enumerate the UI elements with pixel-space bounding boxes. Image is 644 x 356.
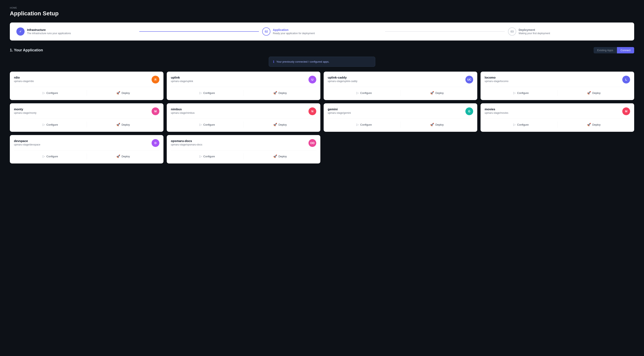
deploy-icon: 🚀 [430, 123, 434, 126]
stepper-card: ✓ Infrastructure The infrastructure runs… [10, 22, 634, 40]
deploy-button[interactable]: 🚀 Deploy [401, 122, 473, 128]
app-card-actions: ▷ Configure 🚀 Deploy [171, 87, 316, 96]
app-card-header: rdio upmaru-stage/rdio R [14, 76, 159, 83]
app-name: rdio [14, 76, 34, 79]
tab-existing-apps[interactable]: Existing Apps [594, 47, 617, 53]
app-repo: upmaru-stage/locomo [485, 80, 508, 83]
step-deployment: 03 Deployment Making your first deployme… [508, 27, 628, 36]
page-title: Application Setup [10, 10, 634, 17]
app-card: uplink-caddy upmaru-stage/uplink-caddy U… [324, 72, 477, 100]
app-card-actions: ▷ Configure 🚀 Deploy [485, 87, 630, 96]
configure-icon: ▷ [200, 155, 202, 158]
section-title: 1. Your Application [10, 48, 43, 52]
app-avatar: L [622, 76, 630, 83]
deploy-icon: 🚀 [116, 123, 120, 126]
configure-button[interactable]: ▷ Configure [171, 90, 244, 96]
app-card-header: uplink upmaru-stage/uplink U [171, 76, 316, 83]
step-icon-infrastructure: ✓ [16, 27, 24, 36]
deploy-icon: 🚀 [587, 123, 591, 126]
app-avatar: R [152, 76, 159, 83]
deploy-button[interactable]: 🚀 Deploy [87, 122, 160, 128]
step-title-application: Application [273, 28, 315, 31]
configure-button[interactable]: ▷ Configure [171, 153, 244, 159]
deploy-icon: 🚀 [430, 91, 434, 95]
app-card-header: movies upmaru-stage/movies M [485, 107, 630, 115]
deploy-button[interactable]: 🚀 Deploy [244, 153, 316, 159]
configure-icon: ▷ [200, 91, 202, 95]
configure-icon: ▷ [356, 91, 359, 95]
info-banner: ℹ Your previously connected / configured… [269, 57, 375, 67]
configure-icon: ▷ [356, 123, 359, 126]
app-repo: upmaru-stage/devspace [14, 143, 40, 146]
app-repo: upmaru-stage/uplink [171, 80, 193, 83]
app-card: uplink upmaru-stage/uplink U ▷ Configure… [167, 72, 320, 100]
app-card-header: uplink-caddy upmaru-stage/uplink-caddy U… [328, 76, 473, 83]
app-card-header: locomo upmaru-stage/locomo L [485, 76, 630, 83]
step-title-deployment: Deployment [519, 28, 550, 31]
step-subtitle-application: Ready your application for deployment [273, 32, 315, 35]
deploy-button[interactable]: 🚀 Deploy [244, 122, 316, 128]
app-avatar: N [308, 107, 316, 115]
step-icon-application: 02 [262, 27, 270, 36]
configure-button[interactable]: ▷ Configure [328, 122, 401, 128]
app-avatar: D [152, 139, 159, 147]
deploy-button[interactable]: 🚀 Deploy [401, 90, 473, 96]
app-card-actions: ▷ Configure 🚀 Deploy [14, 87, 159, 96]
app-repo: upmaru-stage/monty [14, 112, 36, 114]
step-title-infrastructure: Infrastructure [27, 28, 71, 31]
deploy-button[interactable]: 🚀 Deploy [244, 90, 316, 96]
deploy-button[interactable]: 🚀 Deploy [558, 122, 630, 128]
app-card-header: nimbus upmaru-stage/nimbus N [171, 107, 316, 115]
app-avatar: M [152, 107, 159, 115]
deploy-icon: 🚀 [273, 91, 277, 95]
step-subtitle-infrastructure: The infrastructure runs your application… [27, 32, 71, 35]
tab-group: Existing Apps Connect [594, 47, 634, 53]
deploy-button[interactable]: 🚀 Deploy [87, 153, 160, 159]
breadcrumb: HOME [10, 6, 634, 9]
info-icon: ℹ [273, 60, 274, 64]
app-card: nimbus upmaru-stage/nimbus N ▷ Configure… [167, 103, 320, 132]
step-application: 02 Application Ready your application fo… [262, 27, 382, 36]
app-card-header: opsmaru-docs upmaru-stage/opsmaru-docs O… [171, 139, 316, 147]
app-avatar: M [622, 107, 630, 115]
app-card-header: gemini upmaru-stage/gemini G [328, 107, 473, 115]
configure-button[interactable]: ▷ Configure [171, 122, 244, 128]
app-repo: upmaru-stage/opsmaru-docs [171, 143, 202, 146]
deploy-icon: 🚀 [273, 123, 277, 126]
app-card-header: monty upmaru-stage/monty M [14, 107, 159, 115]
configure-button[interactable]: ▷ Configure [485, 90, 558, 96]
app-avatar: UC [466, 76, 473, 83]
step-icon-deployment: 03 [508, 27, 516, 36]
app-card-actions: ▷ Configure 🚀 Deploy [171, 119, 316, 128]
configure-button[interactable]: ▷ Configure [14, 122, 87, 128]
step-infrastructure: ✓ Infrastructure The infrastructure runs… [16, 27, 136, 36]
deploy-button[interactable]: 🚀 Deploy [87, 90, 160, 96]
app-name: gemini [328, 107, 351, 111]
connector-2 [385, 31, 505, 32]
app-avatar: G [466, 107, 473, 115]
app-card-actions: ▷ Configure 🚀 Deploy [328, 119, 473, 128]
deploy-button[interactable]: 🚀 Deploy [558, 90, 630, 96]
app-card-actions: ▷ Configure 🚀 Deploy [14, 150, 159, 159]
app-repo: upmaru-stage/movies [485, 112, 508, 114]
app-avatar: OD [308, 139, 316, 147]
section-header: 1. Your Application Existing Apps Connec… [10, 47, 634, 53]
app-card: monty upmaru-stage/monty M ▷ Configure 🚀… [10, 103, 164, 132]
app-card: opsmaru-docs upmaru-stage/opsmaru-docs O… [167, 135, 320, 164]
deploy-icon: 🚀 [587, 91, 591, 95]
configure-button[interactable]: ▷ Configure [14, 153, 87, 159]
app-card-actions: ▷ Configure 🚀 Deploy [328, 87, 473, 96]
configure-button[interactable]: ▷ Configure [485, 122, 558, 128]
configure-button[interactable]: ▷ Configure [328, 90, 401, 96]
app-grid: rdio upmaru-stage/rdio R ▷ Configure 🚀 D… [10, 72, 634, 164]
tab-connect[interactable]: Connect [617, 47, 634, 53]
connector-1 [139, 31, 259, 32]
configure-button[interactable]: ▷ Configure [14, 90, 87, 96]
app-name: devspace [14, 139, 40, 143]
app-card-actions: ▷ Configure 🚀 Deploy [171, 150, 316, 159]
app-repo: upmaru-stage/uplink-caddy [328, 80, 358, 83]
configure-icon: ▷ [200, 123, 202, 126]
app-card-header: devspace upmaru-stage/devspace D [14, 139, 159, 147]
app-card: gemini upmaru-stage/gemini G ▷ Configure… [324, 103, 477, 132]
app-card-actions: ▷ Configure 🚀 Deploy [14, 119, 159, 128]
